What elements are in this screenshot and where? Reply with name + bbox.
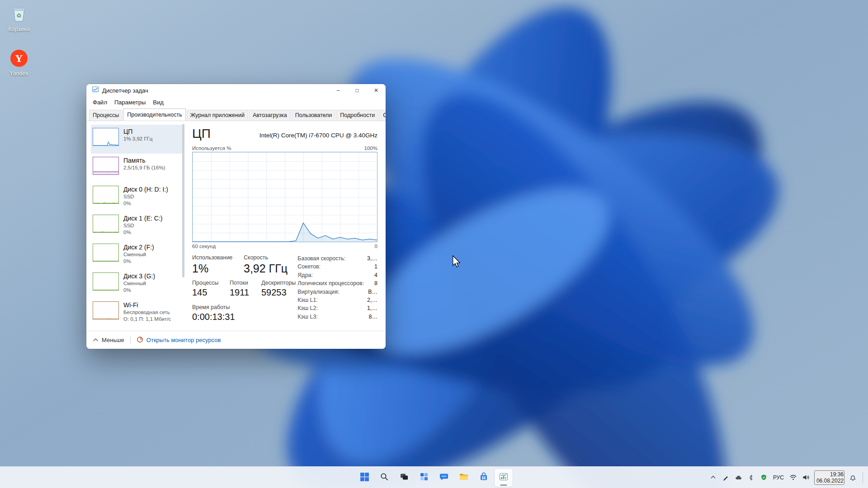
windows-logo-icon — [360, 472, 369, 483]
stat-processes: Процессы 145 — [192, 280, 228, 298]
sidebar-item-disk2[interactable]: Диск 2 (F:) Сменный 0% — [91, 240, 182, 269]
tab-startup[interactable]: Автозагрузка — [249, 110, 291, 121]
desktop-icon-label: Yandex — [3, 70, 35, 77]
window-footer: Меньше Открыть монитор ресурсов — [86, 331, 386, 349]
sidebar-item-title: Wi-Fi — [123, 301, 171, 309]
detail-logical-processors: Логических процессоров:8 — [297, 279, 377, 287]
sidebar-item-sub: 0% — [123, 229, 162, 236]
task-view-button[interactable] — [395, 469, 413, 487]
clock-time: 19:36 — [816, 471, 844, 478]
task-manager-taskbar-button[interactable] — [495, 469, 513, 487]
tab-strip: Процессы Производительность Журнал прило… — [86, 108, 386, 121]
wifi-mini-chart — [93, 301, 119, 319]
sidebar-item-disk1[interactable]: Диск 1 (E: C:) SSD 0% — [91, 211, 182, 240]
start-button[interactable] — [355, 469, 373, 487]
notification-bell-icon[interactable] — [849, 473, 857, 483]
tab-services[interactable]: Службы — [379, 110, 386, 121]
language-indicator[interactable]: РУС — [772, 473, 785, 483]
security-shield-icon[interactable] — [760, 473, 768, 483]
wifi-icon[interactable] — [789, 473, 797, 483]
detail-virtualization: Виртуализация:В… — [297, 288, 377, 296]
sidebar-item-sub: 0% — [123, 200, 168, 207]
cpu-mini-chart — [93, 128, 119, 146]
widgets-button[interactable] — [415, 469, 433, 487]
window-titlebar: Диспетчер задач – □ ✕ — [86, 84, 386, 97]
menu-file[interactable]: Файл — [89, 98, 111, 107]
sidebar-item-title: ЦП — [123, 127, 152, 136]
less-details-button[interactable]: Меньше — [93, 337, 124, 343]
maximize-button[interactable]: □ — [348, 84, 367, 97]
window-title: Диспетчер задач — [102, 87, 148, 94]
cpu-usage-chart — [192, 152, 377, 242]
sidebar-item-disk0[interactable]: Диск 0 (H: D: I:) SSD 0% — [91, 183, 182, 211]
sidebar-item-sub: Сменный — [123, 280, 155, 287]
menu-view[interactable]: Вид — [149, 98, 167, 107]
detail-cache-l1: Кэш L1:2,… — [297, 296, 377, 304]
tab-performance[interactable]: Производительность — [123, 108, 185, 121]
tab-app-history[interactable]: Журнал приложений — [187, 110, 248, 121]
performance-content: ЦП 1% 3,92 ГГц Память 2,5/15,9 ГБ (16%) — [86, 121, 386, 331]
detail-cores: Ядра:4 — [297, 271, 377, 279]
widgets-icon — [420, 472, 429, 483]
cpu-panel-title: ЦП — [192, 127, 211, 141]
svg-text:♻: ♻ — [16, 12, 21, 19]
sidebar-item-sub: Сменный — [123, 251, 154, 258]
desktop-icon-recycle-bin[interactable]: ♻ Корзина — [3, 5, 35, 33]
minimize-button[interactable]: – — [329, 84, 348, 97]
cpu-model-name: Intel(R) Core(TM) i7-6700 CPU @ 3.40GHz — [259, 132, 377, 139]
stat-speed: Скорость 3,92 ГГц — [244, 254, 288, 275]
show-desktop-button[interactable] — [863, 472, 864, 483]
sidebar-item-sub: 0% — [123, 287, 155, 294]
desktop: ♻ Корзина Y Yandex Диспетчер задач — [0, 0, 868, 488]
stat-uptime: Время работы 0:00:13:31 — [192, 304, 235, 322]
hidden-icons-button[interactable] — [709, 473, 717, 483]
store-icon — [479, 472, 489, 483]
close-button[interactable]: ✕ — [367, 84, 386, 97]
open-resource-monitor-link[interactable]: Открыть монитор ресурсов — [137, 336, 221, 344]
tab-users[interactable]: Пользователи — [292, 110, 336, 121]
sidebar-item-sub: Беспроводная сеть — [123, 309, 171, 316]
task-view-icon — [400, 472, 409, 483]
store-button[interactable] — [475, 469, 493, 487]
bluetooth-icon[interactable] — [747, 473, 755, 483]
running-app-indicator — [500, 484, 507, 486]
disk0-mini-chart — [93, 186, 119, 204]
taskbar: РУС 19:36 06.08.2022 — [0, 466, 868, 488]
disk3-mini-chart — [93, 272, 119, 291]
pen-icon[interactable] — [722, 473, 730, 483]
cpu-panel: ЦП Intel(R) Core(TM) i7-6700 CPU @ 3.40G… — [182, 121, 386, 331]
menu-bar: Файл Параметры Вид — [86, 97, 386, 108]
disk2-mini-chart — [93, 244, 119, 262]
detail-cache-l2: Кэш L2:1,… — [297, 304, 377, 312]
menu-options[interactable]: Параметры — [111, 98, 149, 107]
volume-icon[interactable] — [802, 473, 810, 483]
sidebar-item-memory[interactable]: Память 2,5/15,9 ГБ (16%) — [91, 154, 182, 183]
clock-date: 06.08.2022 — [816, 478, 844, 484]
cpu-stats: Использование 1% Скорость 3,92 ГГц Проце… — [192, 253, 377, 322]
tab-details[interactable]: Подробности — [336, 110, 378, 121]
taskbar-app-buttons — [355, 467, 513, 488]
memory-mini-chart — [93, 157, 119, 175]
yandex-browser-icon: Y — [9, 61, 28, 69]
sidebar-item-title: Диск 2 (F:) — [123, 243, 154, 251]
clock[interactable]: 19:36 06.08.2022 — [814, 470, 844, 485]
tab-processes[interactable]: Процессы — [89, 110, 123, 121]
stat-threads: Потоки 1911 — [230, 280, 259, 298]
chat-button[interactable] — [435, 469, 453, 487]
resource-monitor-icon — [137, 336, 143, 344]
sidebar-item-cpu[interactable]: ЦП 1% 3,92 ГГц — [91, 125, 182, 154]
search-button[interactable] — [375, 469, 393, 487]
sidebar-item-title: Диск 3 (G:) — [123, 272, 155, 280]
desktop-icon-yandex[interactable]: Y Yandex — [3, 49, 35, 77]
sidebar-item-wifi[interactable]: Wi-Fi Беспроводная сеть О: 0,1 П: 1,1 Мб… — [91, 298, 182, 327]
onedrive-icon[interactable] — [734, 473, 743, 483]
chart-x-left: 60 секунд — [192, 244, 216, 249]
task-manager-app-icon — [92, 86, 99, 95]
cpu-details: Базовая скорость:3,… Сокетов:1 Ядра:4 Ло… — [297, 253, 377, 322]
sidebar-item-disk3[interactable]: Диск 3 (G:) Сменный 0% — [91, 269, 182, 298]
sidebar-item-title: Память — [123, 156, 165, 164]
sidebar-item-sub: О: 0,1 П: 1,1 Мбит/с — [123, 316, 171, 323]
footer-divider — [130, 337, 131, 344]
stat-usage: Использование 1% — [192, 254, 242, 275]
file-explorer-button[interactable] — [455, 469, 473, 487]
